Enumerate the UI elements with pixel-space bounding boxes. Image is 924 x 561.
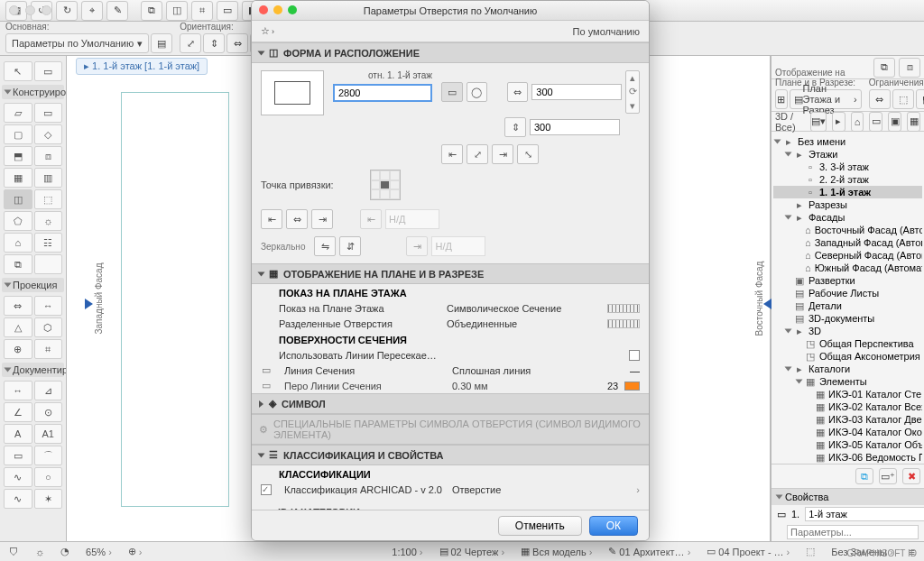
tool[interactable]: ⬠: [4, 211, 32, 231]
tool[interactable]: ∠: [4, 402, 32, 422]
privacy-icon[interactable]: ⛉: [5, 547, 23, 557]
tool[interactable]: ⌗: [34, 339, 63, 359]
limit-icon[interactable]: ⇥: [492, 144, 513, 164]
link-dims-handle[interactable]: ▴⟳▾: [625, 70, 640, 114]
tool[interactable]: ⇔: [4, 296, 32, 316]
limit-icon[interactable]: ⬒: [916, 89, 924, 109]
penset-combo[interactable]: ✎ 01 Архитект… ›: [605, 546, 694, 557]
tool[interactable]: ⊙: [34, 402, 63, 422]
tree-item[interactable]: ▸Этажи: [773, 148, 922, 161]
tree-item[interactable]: ⌂Южный Фасад (Автоматическ: [773, 262, 922, 274]
anchor-grid[interactable]: [370, 170, 401, 200]
prop-settings-input[interactable]: [787, 525, 919, 539]
tree-item[interactable]: ▦ИКЭ-03 Каталог Дверей: [773, 413, 922, 426]
defaults-chip[interactable]: Параметры по Умолчанию▾: [5, 33, 149, 53]
sb-icon[interactable]: ⬚: [802, 546, 818, 557]
tool[interactable]: ⧈: [34, 146, 63, 166]
tool[interactable]: ▭: [4, 446, 32, 465]
toolbar-icon[interactable]: ⌗: [191, 1, 213, 21]
tree-item[interactable]: ▦ИКЭ-01 Каталог Стен: [773, 388, 922, 400]
new-view-icon[interactable]: ⧉: [855, 468, 873, 484]
pen-swatch[interactable]: [624, 382, 640, 391]
tree-item[interactable]: ▣Развертки: [773, 274, 922, 287]
tool[interactable]: ▢: [4, 124, 32, 144]
toolbar-icon[interactable]: ◫: [166, 1, 188, 21]
split-value[interactable]: Объединенные: [447, 318, 602, 329]
mirror-h-icon[interactable]: ⇋: [314, 236, 336, 256]
toolbar-icon[interactable]: ⌖: [81, 1, 103, 21]
cutline-value[interactable]: Сплошная линия: [452, 365, 602, 376]
tool[interactable]: ▦: [4, 168, 32, 188]
tool[interactable]: ⊕: [4, 339, 32, 359]
tree-item[interactable]: ⌂Западный Фасад (Автоматичес: [773, 236, 922, 249]
marquee-tool[interactable]: ▭: [34, 61, 63, 81]
tree-item[interactable]: ◳Общая Аксонометрия: [773, 350, 922, 363]
tree-item[interactable]: ▸Разрезы: [773, 198, 922, 211]
tool[interactable]: ⧉: [4, 254, 32, 274]
tree-item[interactable]: ▦ИКЭ-05 Каталог Объектов: [773, 438, 922, 451]
tree-item[interactable]: ▸3D: [773, 325, 922, 337]
delete-icon[interactable]: ✖: [902, 468, 920, 484]
use-lines-checkbox[interactable]: [629, 350, 640, 361]
nav-icon[interactable]: ⧈: [899, 58, 920, 78]
tool[interactable]: ⌒: [34, 446, 63, 465]
limit-icon[interactable]: ⇔: [869, 89, 891, 109]
tool[interactable]: ☼: [34, 211, 63, 231]
section-shape[interactable]: ◫ФОРМА И РАСПОЛОЖЕНИЕ: [252, 42, 649, 63]
ok-button[interactable]: ОК: [589, 516, 638, 536]
class-checkbox[interactable]: [261, 484, 272, 495]
tool[interactable]: ⬒: [4, 146, 32, 166]
tool[interactable]: ⬡: [34, 317, 63, 337]
opening-tool[interactable]: ◫: [4, 189, 32, 209]
tool[interactable]: ↔: [34, 296, 63, 316]
pattern-swatch[interactable]: [607, 319, 640, 328]
align-icon[interactable]: ⇔: [286, 209, 308, 229]
tool[interactable]: A1: [34, 424, 63, 444]
tool[interactable]: ✶: [34, 489, 63, 509]
orient-icon[interactable]: ⇔: [226, 33, 248, 53]
tree-item[interactable]: ▸Фасады: [773, 211, 922, 224]
align-icon[interactable]: ⇤: [261, 209, 282, 229]
tree-item[interactable]: ▫2. 2-й этаж: [773, 173, 922, 186]
orient-icon[interactable]: ⤢: [180, 33, 201, 53]
tool[interactable]: ▱: [4, 103, 32, 123]
class-chevron-icon[interactable]: ›: [636, 484, 640, 495]
width-input[interactable]: [531, 84, 622, 100]
nav-mode-icon[interactable]: ▤▾: [810, 112, 827, 132]
tool[interactable]: [34, 254, 63, 274]
tool[interactable]: ☷: [34, 233, 63, 253]
toolbar-icon[interactable]: ✎: [106, 1, 128, 21]
clock-icon[interactable]: ◔: [57, 546, 73, 557]
tool[interactable]: ▭: [34, 103, 63, 123]
nav-mode-icon[interactable]: ▭: [869, 112, 882, 132]
layer-icon[interactable]: ▤: [151, 33, 172, 53]
palette-proj-header[interactable]: Проекция: [2, 278, 64, 292]
tool[interactable]: ○: [34, 467, 63, 487]
layer-combo[interactable]: ▤ 02 Чертеж ›: [436, 546, 509, 557]
nav-mode-icon[interactable]: ▣: [888, 112, 901, 132]
section-class[interactable]: ☰КЛАССИФИКАЦИЯ И СВОЙСТВА: [252, 445, 649, 465]
graphisoft-id[interactable]: GRAPHISOFT ID: [846, 548, 917, 558]
tool[interactable]: ▥: [34, 168, 63, 188]
toolbar-icon[interactable]: ⧉: [141, 1, 162, 21]
tool[interactable]: ◇: [34, 124, 63, 144]
arrow-tool[interactable]: ↖: [4, 61, 32, 81]
limit-icon[interactable]: ⤢: [467, 144, 488, 164]
tree-item[interactable]: ◳Общая Перспектива: [773, 337, 922, 350]
cancel-button[interactable]: Отменить: [498, 516, 582, 536]
scale-value[interactable]: 1:100 ›: [388, 547, 426, 557]
favorites-button[interactable]: ☆ ›: [261, 25, 274, 37]
limit-icon[interactable]: ⤡: [517, 144, 539, 164]
tree-item[interactable]: ▦ИКЭ-06 Ведомость Проемо: [773, 451, 922, 464]
tree-item[interactable]: ▸Каталоги: [773, 363, 922, 375]
toolbar-icon[interactable]: ↻: [56, 1, 78, 21]
tool[interactable]: A: [4, 424, 32, 444]
zoom-value[interactable]: 65% ›: [82, 547, 116, 557]
orient-icon[interactable]: ⇕: [203, 33, 225, 53]
dialog-titlebar[interactable]: Параметры Отверстия по Умолчанию: [252, 1, 649, 21]
shape-circle-icon[interactable]: ◯: [467, 82, 488, 102]
tree-item[interactable]: ▸Без имени: [773, 135, 922, 148]
tree-item[interactable]: ▦Элементы: [773, 375, 922, 388]
tree-item[interactable]: ▤Детали: [773, 299, 922, 312]
target-icon[interactable]: ⊕ ›: [125, 546, 146, 557]
